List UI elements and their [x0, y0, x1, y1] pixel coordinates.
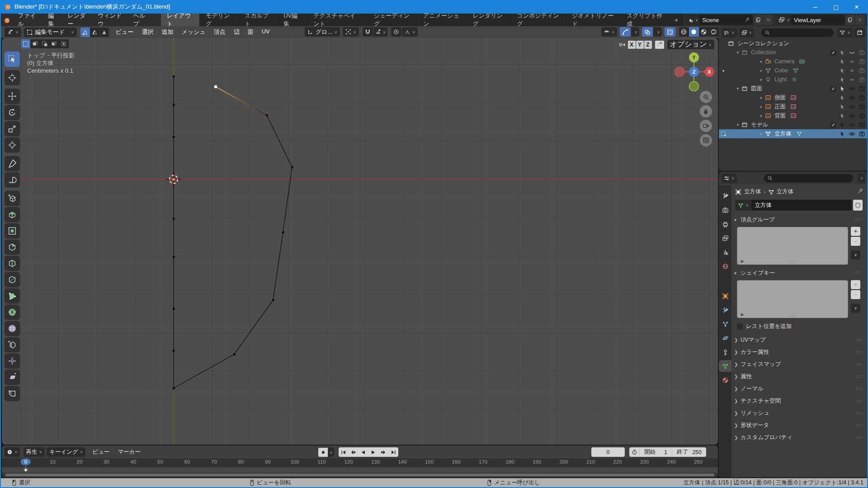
outliner-item-label[interactable]: 側面 — [774, 94, 786, 102]
timeline-editor-type-dropdown[interactable]: ∨ — [5, 447, 20, 457]
minimize-button[interactable]: ─ — [805, 0, 826, 14]
properties-tab-particles[interactable] — [719, 318, 731, 330]
vertex-group-specials-dropdown[interactable]: ∨ — [851, 250, 860, 259]
workspace-tab-0[interactable]: レイアウト — [161, 14, 200, 26]
outliner-row-8[interactable]: ▸背面 — [719, 111, 868, 120]
tool-move-button[interactable] — [5, 89, 20, 104]
disable-render-icon[interactable] — [859, 85, 865, 92]
expand-toggle[interactable]: ▸ — [759, 131, 764, 136]
tool-rotate-button[interactable] — [5, 105, 20, 120]
perspective-toggle-button[interactable] — [700, 134, 712, 146]
panel-header-5[interactable]: ❯テクスチャ空間∷∷ — [734, 397, 863, 405]
tool-transform-button[interactable] — [5, 137, 20, 153]
select-extend-button[interactable] — [31, 39, 40, 48]
frame-start-field[interactable]: 開始1 — [639, 448, 672, 456]
outliner-item-label[interactable]: 正面 — [774, 103, 786, 111]
play-reverse-button[interactable] — [359, 447, 368, 457]
tool-cursor-button[interactable] — [5, 70, 20, 85]
viewport-menu-1[interactable]: 選択 — [137, 28, 157, 36]
disable-render-icon[interactable] — [859, 94, 865, 101]
options-dropdown[interactable]: オプション∨ — [667, 40, 714, 49]
viewport-menu-4[interactable]: 頂点 — [210, 28, 230, 36]
new-collection-button[interactable] — [854, 28, 865, 38]
outliner-item-label[interactable]: モデル — [751, 121, 768, 129]
tool-scale-button[interactable] — [5, 121, 20, 136]
mesh-name-field[interactable]: 立方体 — [751, 200, 852, 211]
tool-shrink-fatten-button[interactable] — [5, 353, 20, 369]
outliner-display-mode-dropdown[interactable]: ∨ — [722, 28, 737, 38]
list-expand-arrow[interactable]: ▶ — [741, 259, 744, 263]
properties-tab-object[interactable] — [719, 290, 731, 302]
shape-key-add-button[interactable]: ＋ — [851, 280, 860, 289]
topbar-menu-1[interactable]: 編集 — [43, 14, 63, 26]
workspace-tab-9[interactable]: ジオメトリノード — [566, 14, 621, 26]
shape-key-specials-dropdown[interactable]: ∨ — [851, 304, 860, 313]
properties-tab-tool[interactable] — [719, 190, 731, 202]
shading-rendered-button[interactable] — [709, 27, 719, 37]
keyframe-diamond[interactable] — [23, 467, 28, 472]
scene-name-field[interactable]: Scene — [699, 15, 753, 25]
outliner-filter-collection-dropdown[interactable]: ∨ — [739, 28, 755, 38]
gizmos-dropdown[interactable]: ∨ — [631, 27, 640, 37]
shape-keys-panel-header[interactable]: ▾シェイプキー — [734, 269, 775, 277]
topbar-menu-4[interactable]: ヘルプ — [129, 14, 154, 26]
gizmos-toggle[interactable] — [620, 27, 631, 37]
selectable-toggle-icon[interactable] — [840, 113, 845, 119]
workspace-tab-7[interactable]: レンダリング — [467, 14, 511, 26]
selectable-toggle-icon[interactable] — [840, 122, 845, 128]
active-tool-dropdown[interactable]: ∨ — [5, 28, 21, 37]
viewport-menu-2[interactable]: 追加 — [157, 28, 177, 36]
collection-checkbox[interactable]: ✓ — [830, 50, 836, 56]
tool-poly-build-button[interactable] — [5, 288, 20, 304]
scene-unlink-button[interactable]: ✕ — [764, 15, 773, 25]
outliner-search-input[interactable] — [761, 28, 834, 37]
workspace-tab-5[interactable]: シェーディング — [368, 14, 417, 26]
expand-toggle[interactable]: ▸ — [759, 113, 764, 118]
select-new-button[interactable] — [21, 39, 31, 48]
pin-id-icon[interactable] — [857, 188, 863, 194]
tearoff-snap-button[interactable] — [655, 41, 664, 49]
viewlayer-name-field[interactable]: ViewLayer — [791, 15, 844, 25]
next-keyframe-button[interactable] — [378, 447, 388, 457]
outliner-row-10[interactable]: ▸立方体 — [719, 129, 868, 138]
disable-render-icon[interactable] — [859, 103, 865, 110]
maximize-button[interactable]: ▢ — [826, 0, 846, 14]
collection-checkbox[interactable]: ✓ — [830, 86, 836, 92]
panel-header-1[interactable]: ❯カラー属性∷∷ — [734, 348, 863, 356]
outliner-item-label[interactable]: Collection — [751, 49, 776, 56]
topbar-menu-2[interactable]: レンダー — [63, 14, 93, 26]
auto-keying-dropdown[interactable]: ∨ — [328, 447, 334, 457]
pan-hand-button[interactable] — [700, 105, 712, 117]
selectable-toggle-icon[interactable] — [840, 86, 845, 92]
properties-tab-output[interactable] — [719, 218, 731, 230]
proportional-falloff-dropdown[interactable]: ∨ — [402, 27, 418, 37]
workspace-tab-1[interactable]: モデリング — [200, 14, 239, 26]
disable-render-icon[interactable] — [859, 131, 865, 137]
disable-render-icon[interactable] — [859, 67, 865, 74]
overlays-toggle[interactable] — [642, 27, 653, 37]
current-frame-field[interactable]: 0 — [591, 447, 625, 457]
selectable-toggle-icon[interactable] — [840, 68, 845, 74]
tool-bevel-button[interactable] — [5, 239, 20, 255]
hide-eye-icon[interactable] — [849, 113, 855, 119]
hide-eye-icon[interactable] — [849, 131, 855, 137]
camera-view-button[interactable] — [700, 120, 712, 132]
tool-measure-button[interactable] — [5, 172, 20, 188]
mesh-browse-dropdown[interactable]: ∨ — [735, 200, 751, 211]
mirror-z-button[interactable]: Z — [644, 41, 652, 49]
vertex-select-mode-button[interactable] — [80, 28, 90, 37]
zoom-button[interactable] — [700, 91, 712, 103]
snap-settings-dropdown[interactable]: ∨ — [373, 27, 388, 37]
panel-header-4[interactable]: ❯ノーマル∷∷ — [734, 385, 863, 393]
overlays-dropdown[interactable]: ∨ — [653, 27, 662, 37]
list-expand-arrow[interactable]: ▶ — [741, 312, 744, 317]
proportional-editing-button[interactable] — [391, 27, 401, 37]
selectable-toggle-icon[interactable] — [840, 50, 845, 56]
playback-menu[interactable]: 再生∨ — [24, 447, 45, 457]
properties-options-dropdown[interactable]: ∨ — [858, 174, 865, 183]
select-intersect-button[interactable] — [59, 39, 69, 48]
panel-header-8[interactable]: ❯カスタムプロパティ∷∷ — [734, 434, 863, 441]
timeline-view-menu[interactable]: ビュー — [88, 448, 113, 456]
snap-toggle-button[interactable] — [363, 27, 373, 37]
properties-tab-scene[interactable] — [719, 246, 731, 258]
